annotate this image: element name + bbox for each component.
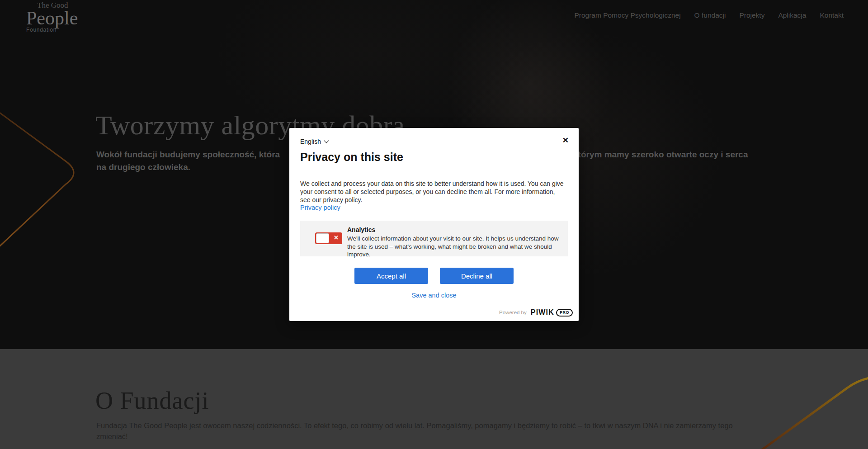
bottom-right-curve-decoration — [750, 366, 868, 449]
nav-item-projekty[interactable]: Projekty — [739, 11, 764, 19]
powered-by-label: Powered by — [499, 310, 527, 315]
privacy-policy-link[interactable]: Privacy policy — [300, 204, 340, 211]
piwik-pro-logo[interactable]: PIWIK PRO — [531, 308, 573, 317]
hero-subtitle-line1-right: którym mamy szeroko otwarte oczy i serca — [573, 150, 748, 160]
close-icon[interactable]: ✕ — [562, 137, 569, 144]
piwik-pro-badge: PRO — [556, 309, 573, 317]
hero-subtitle-line2: na drugiego człowieka. — [96, 162, 190, 172]
analytics-title: Analytics — [347, 226, 375, 233]
language-selector[interactable]: English — [300, 138, 328, 145]
analytics-consent-box: ✕ Analytics We'll collect information ab… — [300, 221, 568, 256]
about-body-line1: Fundacja The Good People jest owocem nas… — [96, 420, 733, 431]
hero-subtitle-line1-left: Wokół fundacji budujemy społeczność, któ… — [96, 150, 280, 160]
modal-body-text: We collect and process your data on this… — [300, 180, 566, 204]
analytics-description: We'll collect information about your vis… — [347, 235, 564, 259]
about-body-line2: zmieniać! — [96, 431, 733, 442]
about-body: Fundacja The Good People jest owocem nas… — [96, 420, 733, 442]
main-nav: Program Pomocy Psychologicznej O fundacj… — [574, 11, 844, 19]
nav-item-o-fundacji[interactable]: O fundacji — [694, 11, 726, 19]
consent-buttons-row: Accept all Decline all — [289, 268, 579, 284]
save-and-close-row: Save and close — [289, 291, 579, 299]
toggle-x-icon: ✕ — [334, 235, 339, 241]
nav-item-program-pomocy[interactable]: Program Pomocy Psychologicznej — [574, 11, 680, 19]
language-selector-label: English — [300, 138, 321, 145]
save-and-close-link[interactable]: Save and close — [411, 292, 456, 299]
modal-title: Privacy on this site — [300, 151, 403, 164]
about-title: O Fundacji — [95, 387, 209, 415]
powered-by-footer: Powered by PIWIK PRO — [499, 308, 573, 317]
accept-all-button[interactable]: Accept all — [354, 268, 428, 284]
logo-line-main: People — [26, 10, 78, 26]
toggle-knob — [316, 233, 329, 243]
nav-item-aplikacja[interactable]: Aplikacja — [778, 11, 806, 19]
page: The Good People Foundation Program Pomoc… — [0, 0, 868, 449]
nav-item-kontakt[interactable]: Kontakt — [820, 11, 844, 19]
decline-all-button[interactable]: Decline all — [440, 268, 514, 284]
piwik-wordmark: PIWIK — [531, 308, 554, 317]
chevron-down-icon — [324, 138, 329, 143]
left-curve-decoration — [0, 106, 99, 260]
site-logo[interactable]: The Good People Foundation — [26, 1, 78, 33]
privacy-consent-modal: English ✕ Privacy on this site We collec… — [289, 128, 579, 321]
analytics-toggle[interactable]: ✕ — [315, 232, 342, 244]
